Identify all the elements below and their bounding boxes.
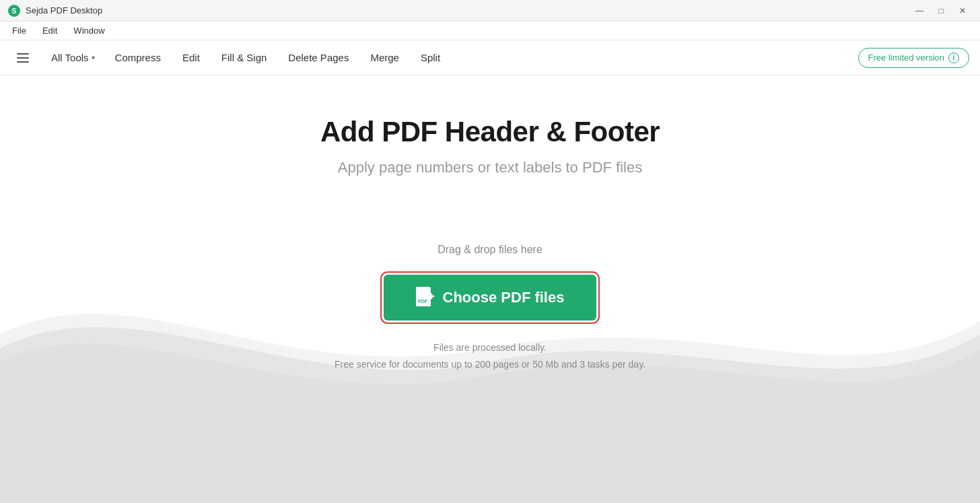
free-version-label: Free limited version (868, 53, 944, 63)
close-button[interactable]: ✕ (953, 4, 972, 18)
hamburger-line-2 (17, 57, 29, 59)
menu-bar: File Edit Window (0, 22, 980, 40)
nav-compress[interactable]: Compress (106, 48, 170, 67)
footer-line2: Free service for documents up to 200 pag… (335, 356, 645, 373)
chevron-down-icon: ▾ (92, 54, 95, 61)
choose-files-label: Choose PDF files (443, 289, 565, 306)
menu-edit[interactable]: Edit (36, 23, 64, 38)
footer-text: Files are processed locally. Free servic… (335, 339, 645, 373)
hamburger-line-1 (17, 53, 29, 55)
maximize-button[interactable]: □ (932, 4, 950, 18)
minimize-button[interactable]: — (910, 4, 929, 18)
app-logo: S (8, 5, 20, 17)
main-content: Add PDF Header & Footer Apply page numbe… (0, 75, 980, 503)
nav-edit[interactable]: Edit (173, 48, 209, 67)
drop-zone-content: Drag & drop files here PDF Choose PDF fi… (335, 244, 645, 373)
menu-window[interactable]: Window (67, 23, 111, 38)
footer-line1: Files are processed locally. (335, 339, 645, 356)
app-title: Sejda PDF Desktop (26, 5, 102, 15)
title-bar-controls: — □ ✕ (910, 4, 972, 18)
nav-fill-sign[interactable]: Fill & Sign (212, 48, 277, 67)
page-subtitle: Apply page numbers or text labels to PDF… (338, 159, 642, 176)
nav-split[interactable]: Split (411, 48, 450, 67)
nav-delete-pages[interactable]: Delete Pages (279, 48, 358, 67)
page-title: Add PDF Header & Footer (320, 116, 660, 148)
menu-file[interactable]: File (5, 23, 33, 38)
toolbar: All Tools ▾ Compress Edit Fill & Sign De… (0, 40, 980, 75)
free-version-badge[interactable]: Free limited version i (858, 48, 969, 68)
info-icon: i (948, 53, 959, 63)
all-tools-label: All Tools (51, 52, 89, 63)
drag-drop-text: Drag & drop files here (438, 244, 542, 256)
choose-files-button[interactable]: PDF Choose PDF files (384, 275, 597, 321)
hamburger-line-3 (17, 61, 29, 63)
title-bar-left: S Sejda PDF Desktop (8, 5, 102, 17)
svg-text:PDF: PDF (418, 299, 428, 304)
nav-merge[interactable]: Merge (361, 48, 409, 67)
pdf-file-icon: PDF (416, 287, 435, 308)
hamburger-button[interactable] (11, 46, 35, 70)
all-tools-button[interactable]: All Tools ▾ (43, 48, 103, 67)
title-bar: S Sejda PDF Desktop — □ ✕ (0, 0, 980, 22)
